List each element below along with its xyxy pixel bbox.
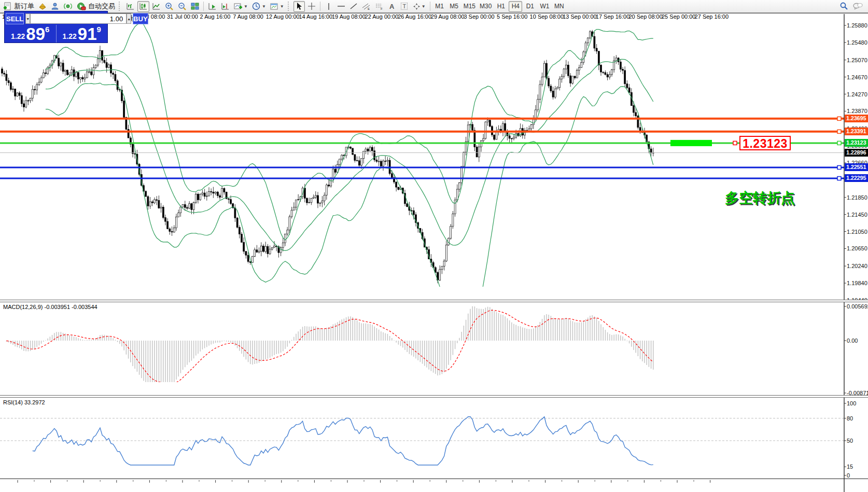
market-watch-button[interactable] [37,1,48,12]
svg-text:F: F [381,7,383,10]
fibonacci-tool[interactable]: F [373,1,385,12]
arrows-dropdown-caret[interactable]: ▼ [422,4,426,9]
trendline-tool[interactable] [348,1,359,12]
price-tick-label: 1.23870 [847,108,867,114]
market-watch-icon [38,3,47,10]
timeframe-m5[interactable]: M5 [447,1,461,12]
candlestick-chart-icon [139,3,148,10]
templates-dropdown-caret[interactable]: ▼ [280,4,284,9]
time-axis-label[interactable]: 25 Sep 00:00 [662,13,695,20]
level-endpoint-marker[interactable] [837,117,841,120]
price-tick-label: 1.21050 [847,229,867,235]
time-axis-label[interactable]: 26 Aug 16:00 [398,13,431,20]
text-label-tool[interactable]: T [399,1,410,12]
callout-anchor-marker[interactable] [733,141,737,145]
chart-window[interactable]: ▲ GBPUSD-,H4 1.23102 1.23139 1.22870 1.2… [0,13,868,492]
autotrading-button[interactable]: 自动交易 [75,1,117,12]
sell-price[interactable]: 1.22 89 6 [5,25,57,43]
text-tool[interactable]: A [386,1,398,12]
sell-button[interactable]: SELL [6,13,24,24]
zoom-in-button[interactable] [163,1,175,12]
timeframe-m30[interactable]: M30 [478,1,493,12]
templates-button[interactable]: ▼ [269,1,286,12]
level-endpoint-marker[interactable] [837,130,841,133]
time-axis-label[interactable]: 29 Aug 08:00 [431,13,465,20]
buy-price[interactable]: 1.22 91 9 [57,25,108,43]
pane-separator[interactable] [0,300,868,302]
broadcast-button[interactable] [62,1,74,12]
arrows-tool[interactable]: ▼ [411,1,427,12]
timeframe-d1[interactable]: D1 [523,1,537,12]
time-axis-label[interactable]: 17 Sep 16:00 [596,13,629,20]
price-tick-label: 1.24270 [847,91,867,97]
axis-separator [0,479,868,479]
line-chart-button[interactable] [150,1,162,12]
indicators-button[interactable]: ▼ [232,1,249,12]
level-endpoint-marker[interactable] [837,141,841,145]
rsi-tick-label: 100 [847,400,867,406]
buy-button[interactable]: BUY [133,13,148,24]
timeframe-m1[interactable]: M1 [433,1,446,12]
channel-icon: E [362,3,371,10]
vertical-line-icon [325,3,332,10]
macd-pane[interactable] [6,306,653,387]
pivot-highlight-bar[interactable] [670,140,712,146]
toolbar-divider [320,2,320,11]
macd-tick-label: 0.005692 [847,303,867,310]
time-axis-label[interactable]: 20 Sep 08:00 [628,13,662,20]
auto-scroll-button[interactable] [206,1,218,12]
tile-windows-button[interactable] [189,1,201,12]
equidistant-channel-tool[interactable]: E [360,1,372,12]
chart-shift-button[interactable] [219,1,231,12]
pane-separator[interactable] [0,395,868,398]
accounts-button[interactable] [49,1,61,12]
new-order-button[interactable]: 新订单 [2,1,36,12]
price-tag-support: 1.22551 [845,163,868,171]
indicators-dropdown-caret[interactable]: ▼ [244,4,248,9]
time-axis-label[interactable]: 5 Sep 16:00 [497,13,527,20]
candlestick-chart-button[interactable] [137,1,149,12]
level-endpoint-marker[interactable] [837,165,841,169]
cursor-tool-button[interactable] [293,1,305,12]
chinese-note[interactable]: 多空转折点 [725,189,795,207]
time-axis-label[interactable]: 14 Aug 16:00 [299,13,332,20]
price-tick-label: 1.25480 [847,39,867,46]
volume-decrease-button[interactable]: ▼ [25,13,30,24]
time-axis-label[interactable]: 10 Sep 08:00 [530,13,564,20]
sell-price-big: 89 [26,26,45,42]
time-axis-label[interactable]: 7 Aug 08:00 [233,13,263,20]
time-axis-label[interactable]: 22 Aug 00:00 [365,13,399,20]
time-axis-label[interactable]: 31 Jul 00:00 [167,13,198,20]
timeframe-mn[interactable]: MN [552,1,566,12]
chart-shift-icon [221,3,230,10]
timeframe-m15[interactable]: M15 [462,1,477,12]
time-axis-label[interactable]: 27 Sep 16:00 [695,13,729,20]
periods-dropdown-caret[interactable]: ▼ [262,4,266,9]
search-button[interactable] [837,1,850,12]
crosshair-tool-button[interactable] [306,1,317,12]
timeframe-h4[interactable]: H4 [509,1,522,12]
rsi-tick-label: 80 [847,415,867,421]
zoom-out-button[interactable] [176,1,188,12]
volume-increase-button[interactable]: ▲ [127,13,131,24]
periods-button[interactable]: ▼ [250,1,268,12]
time-axis-label[interactable]: 13 Sep 00:00 [563,13,596,20]
time-axis-label[interactable]: 19 Aug 08:00 [332,13,366,20]
price-callout-box[interactable]: 1.23123 [739,136,791,150]
svg-text:E: E [368,7,370,10]
level-endpoint-marker[interactable] [837,177,841,180]
time-axis-label[interactable]: 3 Sep 00:00 [464,13,494,20]
timeframe-w1[interactable]: W1 [538,1,551,12]
time-axis-label[interactable]: 2 Aug 16:00 [200,13,231,20]
rsi-tick-label: 50 [847,438,867,444]
volume-input[interactable] [30,13,127,24]
vertical-line-tool[interactable] [323,1,334,12]
bar-chart-button[interactable] [124,1,136,12]
time-axis-label[interactable]: 12 Aug 00:00 [266,13,300,20]
timeframe-h1[interactable]: H1 [494,1,508,12]
chart-canvas[interactable] [0,13,868,492]
chat-button[interactable] [851,1,864,12]
horizontal-line-tool[interactable] [335,1,347,12]
price-pane[interactable] [2,23,654,321]
rsi-pane[interactable] [0,417,844,467]
